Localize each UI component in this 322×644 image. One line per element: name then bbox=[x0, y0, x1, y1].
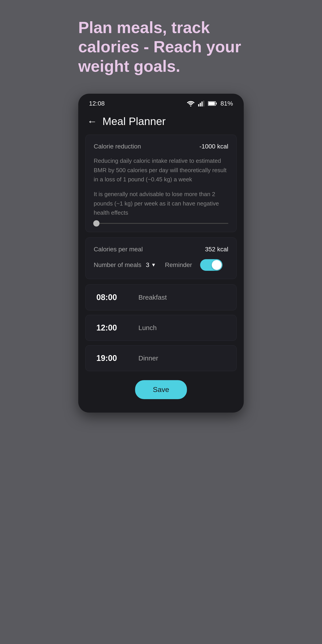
svg-rect-2 bbox=[200, 103, 201, 106]
lunch-time: 12:00 bbox=[96, 323, 128, 332]
calorie-reduction-value: -1000 kcal bbox=[200, 143, 228, 150]
save-button-container: Save bbox=[78, 380, 244, 399]
signal-icon bbox=[198, 100, 204, 106]
calorie-reduction-card: Calorie reduction -1000 kcal Reducing da… bbox=[86, 134, 236, 232]
wifi-icon bbox=[187, 100, 194, 106]
svg-rect-6 bbox=[216, 103, 217, 104]
reminder-label: Reminder bbox=[165, 262, 192, 268]
dinner-name: Dinner bbox=[138, 354, 158, 362]
svg-rect-1 bbox=[198, 104, 199, 106]
calorie-slider-container[interactable] bbox=[94, 223, 228, 224]
svg-rect-7 bbox=[208, 102, 215, 105]
breakfast-name: Breakfast bbox=[138, 294, 167, 301]
slider-thumb[interactable] bbox=[93, 220, 100, 226]
time-display: 12:08 bbox=[89, 100, 105, 107]
dinner-time: 19:00 bbox=[96, 354, 128, 363]
status-bar: 12:08 bbox=[78, 94, 244, 111]
number-of-meals-label: Number of meals bbox=[94, 262, 141, 268]
calorie-description-2: It is generally not advisable to lose mo… bbox=[94, 190, 228, 218]
slider-track bbox=[94, 223, 228, 224]
breakfast-time: 08:00 bbox=[96, 293, 128, 302]
save-button[interactable]: Save bbox=[135, 380, 187, 399]
status-icons: 81% bbox=[187, 100, 233, 107]
calories-per-meal-label: Calories per meal bbox=[94, 246, 143, 253]
calorie-reduction-label: Calorie reduction bbox=[94, 143, 141, 150]
battery-percent: 81% bbox=[220, 100, 233, 107]
calories-per-meal-value: 352 kcal bbox=[205, 246, 228, 253]
toggle-thumb bbox=[212, 260, 222, 270]
meals-card: Calories per meal 352 kcal Number of mea… bbox=[86, 238, 236, 279]
top-nav: ← Meal Planner bbox=[78, 111, 244, 134]
svg-rect-3 bbox=[202, 102, 202, 106]
lunch-row[interactable]: 12:00 Lunch bbox=[86, 315, 236, 341]
page-title: Meal Planner bbox=[102, 115, 166, 128]
breakfast-row[interactable]: 08:00 Breakfast bbox=[86, 284, 236, 310]
hero-title: Plan meals, track calories - Reach your … bbox=[78, 18, 244, 76]
battery-icon bbox=[208, 101, 217, 106]
svg-point-0 bbox=[190, 106, 191, 107]
calorie-header-row: Calorie reduction -1000 kcal bbox=[94, 143, 228, 150]
back-button[interactable]: ← bbox=[87, 116, 97, 127]
phone-frame: 12:08 bbox=[78, 94, 244, 412]
lunch-name: Lunch bbox=[138, 324, 157, 332]
dinner-row[interactable]: 19:00 Dinner bbox=[86, 345, 236, 371]
calorie-description-1: Reducing daily caloric intake relative t… bbox=[94, 156, 228, 184]
number-of-meals-dropdown[interactable]: 3 ▼ bbox=[146, 262, 156, 268]
svg-rect-4 bbox=[203, 100, 204, 106]
chevron-down-icon: ▼ bbox=[151, 262, 156, 268]
number-of-meals-row: Number of meals 3 ▼ Reminder bbox=[94, 259, 228, 271]
meals-count: 3 bbox=[146, 262, 149, 268]
reminder-toggle[interactable] bbox=[200, 259, 222, 271]
calories-per-meal-row: Calories per meal 352 kcal bbox=[94, 246, 228, 253]
